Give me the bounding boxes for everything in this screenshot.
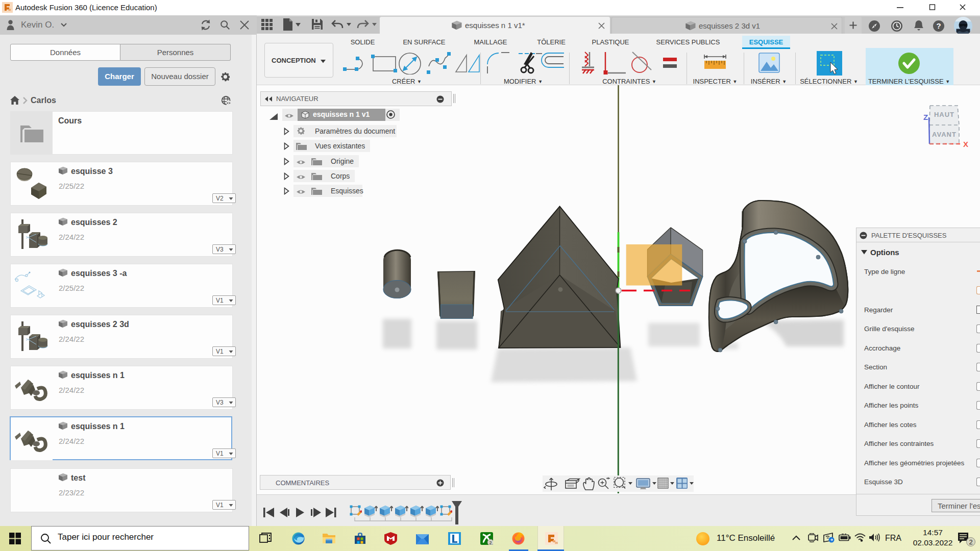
svg-text:2: 2 [969,538,972,546]
svg-text:2: 2 [489,540,492,545]
svg-text:360: 360 [555,541,558,544]
svg-text:AVANT: AVANT [932,131,957,138]
svg-text:Z: Z [923,113,928,121]
svg-text:X: X [963,140,968,148]
svg-text:?: ? [936,21,941,30]
svg-text:HAUT: HAUT [934,111,954,118]
